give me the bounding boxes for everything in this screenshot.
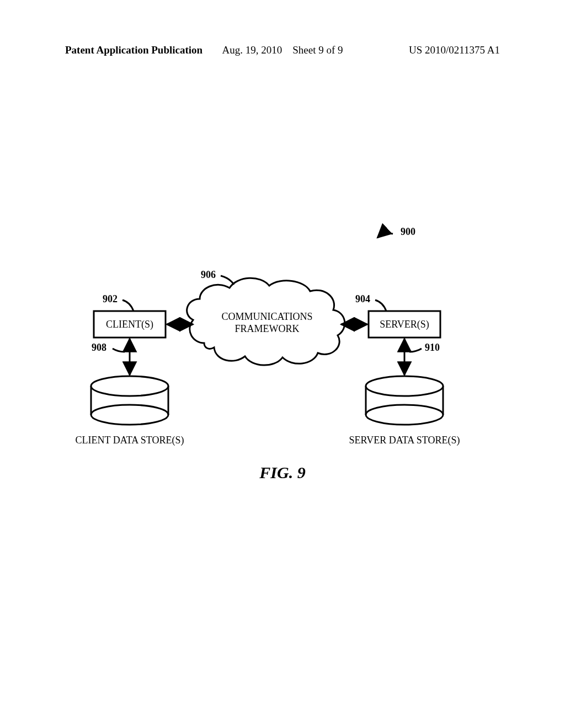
ref-900-text: 900 xyxy=(401,226,415,237)
cloud-comm-framework: COMMUNICATIONS FRAMEWORK xyxy=(187,278,345,365)
svg-point-2 xyxy=(91,405,168,425)
ref-908-text: 908 xyxy=(92,342,106,353)
ref-906: 906 xyxy=(201,269,234,285)
server-box: SERVER(S) xyxy=(369,311,440,338)
client-box: CLIENT(S) xyxy=(94,311,166,338)
ref-910: 910 xyxy=(409,342,440,353)
server-store-label: SERVER DATA STORE(S) xyxy=(349,435,460,446)
svg-point-3 xyxy=(366,405,443,425)
client-store-label: CLIENT DATA STORE(S) xyxy=(76,435,184,446)
figure-diagram: 900 COMMUNICATIONS FRAMEWORK 906 CLIENT(… xyxy=(0,0,565,728)
ref-904-text: 904 xyxy=(355,293,370,304)
server-label: SERVER(S) xyxy=(380,319,429,330)
ref-902-text: 902 xyxy=(103,293,118,304)
figure-caption: FIG. 9 xyxy=(0,463,565,482)
server-store: SERVER DATA STORE(S) xyxy=(349,376,460,446)
ref-906-text: 906 xyxy=(201,269,216,280)
cloud-label-1: COMMUNICATIONS xyxy=(221,311,312,322)
ref-902: 902 xyxy=(103,293,134,311)
page: Patent Application Publication Aug. 19, … xyxy=(0,0,565,728)
ref-908: 908 xyxy=(92,342,125,353)
ref-910-text: 910 xyxy=(425,342,440,353)
cloud-label-2: FRAMEWORK xyxy=(234,323,299,334)
client-store: CLIENT DATA STORE(S) xyxy=(76,376,184,446)
client-label: CLIENT(S) xyxy=(106,319,153,330)
ref-900: 900 xyxy=(377,226,415,238)
ref-904: 904 xyxy=(355,293,386,311)
